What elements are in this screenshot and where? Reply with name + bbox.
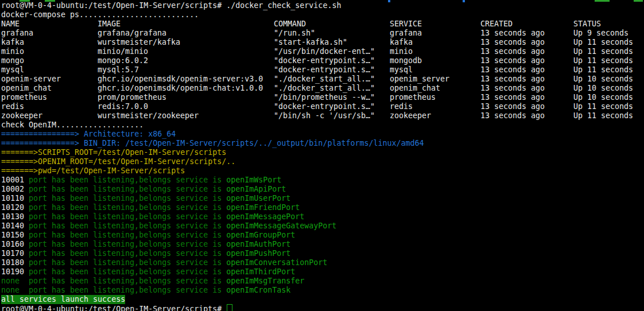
port-number: 10140	[1, 221, 29, 231]
port-service-name: openImCronTask	[226, 286, 290, 294]
container-status: Up 11 seconds	[573, 38, 644, 47]
container-status: Up 11 seconds	[573, 111, 644, 120]
port-service-name: openImFriendPort	[226, 203, 300, 212]
container-service: prometheus	[390, 93, 480, 102]
container-command: "/run.sh"	[274, 29, 390, 38]
table-row: zookeeper wurstmeister/zookeeper "/bin/s…	[1, 111, 644, 120]
architecture-line: ================> Architecture: x86_64	[1, 130, 644, 139]
container-name: mongo	[1, 56, 98, 65]
port-check-line: 10190port has been listening,belongs ser…	[1, 267, 644, 277]
container-image: wurstmeister/kafka	[98, 38, 274, 47]
col-header-service: SERVICE	[390, 20, 480, 29]
port-service-name: openImMessageGatewayPort	[226, 221, 336, 230]
container-status: Up 11 seconds	[573, 56, 644, 65]
container-service: kafka	[390, 38, 480, 47]
port-service-name: openImMsgTransfer	[226, 277, 304, 285]
scripts-root-line: =======>SCRIPTS_ROOT=/test/Open-IM-Serve…	[1, 148, 644, 157]
container-name: redis	[1, 102, 98, 111]
docker-compose-ps-line: docker-compose ps.......................…	[1, 10, 644, 20]
container-image: prom/prometheus	[98, 93, 274, 102]
container-created: 13 seconds ago	[480, 75, 573, 84]
container-status: Up 11 seconds	[573, 65, 644, 75]
container-name: prometheus	[1, 93, 98, 102]
table-row: grafana grafana/grafana "/run.sh" grafan…	[1, 29, 644, 38]
container-created: 13 seconds ago	[480, 65, 573, 75]
col-header-image: IMAGE	[98, 20, 274, 29]
container-command: "./docker_start_all.…"	[274, 84, 390, 93]
port-phrase: port has been listening,belongs service …	[29, 231, 226, 239]
port-check-line: noneport has been listening,belongs serv…	[1, 277, 644, 286]
port-service-name: openImApiPort	[226, 185, 286, 193]
success-message: all services launch success	[1, 295, 125, 304]
prompt-text: root@VM-0-4-ubuntu:/test/Open-IM-Server/…	[1, 305, 226, 311]
check-openim-line: check OpenIM...................	[1, 120, 644, 130]
port-number: 10150	[1, 231, 29, 240]
terminal-cursor[interactable]	[227, 304, 232, 311]
container-service: zookeeper	[390, 111, 480, 120]
container-command: "docker-entrypoint.s…"	[274, 102, 390, 111]
port-check-line: 10170port has been listening,belongs ser…	[1, 249, 644, 258]
col-header-name: NAME	[1, 20, 98, 29]
port-number: none	[1, 277, 29, 286]
container-created: 13 seconds ago	[480, 38, 573, 47]
container-command: "./docker_start_all.…"	[274, 75, 390, 84]
col-header-status: STATUS	[573, 20, 644, 29]
port-phrase: port has been listening,belongs service …	[29, 212, 226, 221]
port-check-line: 10150port has been listening,belongs ser…	[1, 231, 644, 240]
port-number: 10120	[1, 203, 29, 212]
table-row: redis redis:7.0.0 "docker-entrypoint.s…"…	[1, 102, 644, 111]
container-image: minio/minio	[98, 47, 274, 56]
port-phrase: port has been listening,belongs service …	[29, 286, 226, 294]
container-name: kafka	[1, 38, 98, 47]
shell-prompt-command: root@VM-0-4-ubuntu:/test/Open-IM-Server/…	[1, 1, 644, 10]
port-number: 10110	[1, 194, 29, 203]
table-header-row: NAME IMAGE COMMAND SERVICE CREATED STATU…	[1, 20, 644, 29]
port-phrase: port has been listening,belongs service …	[29, 185, 226, 193]
table-row: kafka wurstmeister/kafka "start-kafka.sh…	[1, 38, 644, 47]
table-row: openim-server ghcr.io/openimsdk/openim-s…	[1, 75, 644, 84]
container-service: minio	[390, 47, 480, 56]
container-service: openim_chat	[390, 84, 480, 93]
container-created: 13 seconds ago	[480, 111, 573, 120]
container-service: grafana	[390, 29, 480, 38]
container-created: 13 seconds ago	[480, 47, 573, 56]
port-number: 10170	[1, 249, 29, 258]
table-row: mysql mysql:5.7 "docker-entrypoint.s…" m…	[1, 65, 644, 75]
port-phrase: port has been listening,belongs service …	[29, 240, 226, 248]
container-service: mysql	[390, 65, 480, 75]
port-check-line: 10140port has been listening,belongs ser…	[1, 221, 644, 231]
container-name: openim_chat	[1, 84, 98, 93]
container-status: Up 11 seconds	[573, 47, 644, 56]
table-row: openim_chat ghcr.io/openimsdk/openim-cha…	[1, 84, 644, 93]
port-number: 10160	[1, 240, 29, 249]
container-status: Up 9 seconds	[573, 29, 644, 38]
container-command: "docker-entrypoint.s…"	[274, 65, 390, 75]
port-check-line: 10130port has been listening,belongs ser…	[1, 212, 644, 221]
port-check-line: 10160port has been listening,belongs ser…	[1, 240, 644, 249]
port-phrase: port has been listening,belongs service …	[29, 277, 226, 285]
port-number: 10130	[1, 212, 29, 221]
port-phrase: port has been listening,belongs service …	[29, 176, 226, 184]
table-row: minio minio/minio "/usr/bin/docker-ent…"…	[1, 47, 644, 56]
container-image: mongo:6.0.2	[98, 56, 274, 65]
container-created: 13 seconds ago	[480, 56, 573, 65]
port-service-name: openImConversationPort	[226, 258, 327, 267]
container-command: "start-kafka.sh"	[274, 38, 390, 47]
container-status: Up 10 seconds	[573, 93, 644, 102]
port-phrase: port has been listening,belongs service …	[29, 267, 226, 276]
port-phrase: port has been listening,belongs service …	[29, 203, 226, 212]
container-created: 13 seconds ago	[480, 93, 573, 102]
container-created: 13 seconds ago	[480, 84, 573, 93]
port-check-line: 10110port has been listening,belongs ser…	[1, 194, 644, 203]
port-number: 10180	[1, 258, 29, 267]
container-image: ghcr.io/openimsdk/openim-chat:v1.0.0	[98, 84, 274, 93]
bin-dir-line: ================> BIN_DIR: /test/Open-IM…	[1, 139, 644, 148]
container-image: redis:7.0.0	[98, 102, 274, 111]
terminal-screen[interactable]: { "colors": { "background": "#000000", "…	[0, 0, 644, 311]
port-service-name: openImGroupPort	[226, 231, 295, 239]
success-line: all services launch success	[1, 295, 644, 304]
port-service-name: openImThirdPort	[226, 267, 295, 276]
container-command: "docker-entrypoint.s…"	[274, 56, 390, 65]
shell-prompt-final[interactable]: root@VM-0-4-ubuntu:/test/Open-IM-Server/…	[1, 304, 644, 311]
container-name: mysql	[1, 65, 98, 75]
